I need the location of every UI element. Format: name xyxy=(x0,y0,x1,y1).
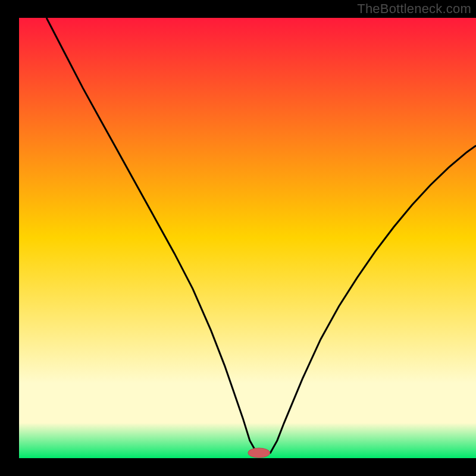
watermark-text: TheBottleneck.com xyxy=(357,1,471,17)
heat-gradient xyxy=(19,18,476,458)
chart-stage: TheBottleneck.com xyxy=(0,0,476,476)
bottleneck-chart xyxy=(0,0,476,476)
optimum-marker xyxy=(248,448,270,458)
